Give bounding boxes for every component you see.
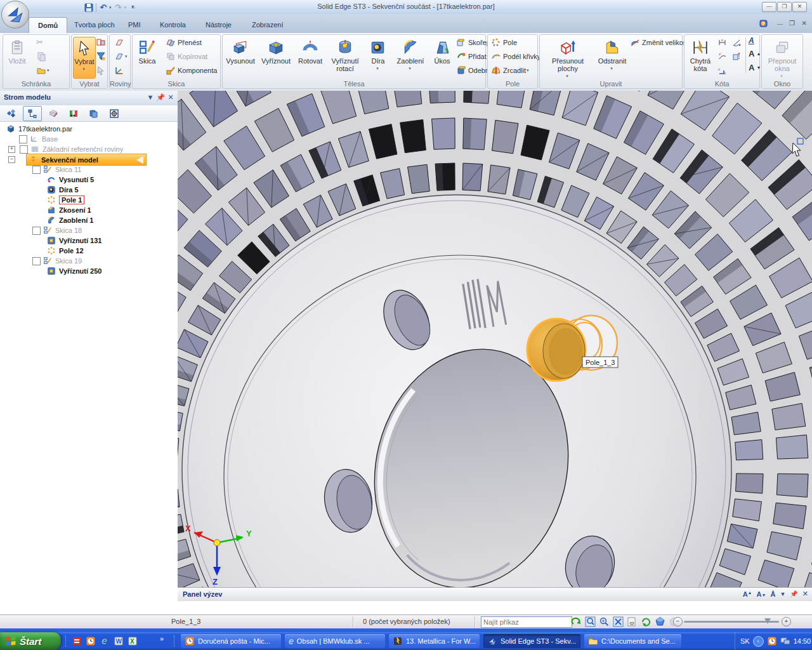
- symmetric-diameter-icon[interactable]: Ŧ: [731, 51, 742, 62]
- tab-nastroje[interactable]: Nástroje: [197, 17, 240, 32]
- component-sketch-button[interactable]: Komponenta: [166, 65, 217, 76]
- help-icon[interactable]: ?: [759, 18, 769, 29]
- plane-icon[interactable]: [114, 37, 124, 48]
- mdi-restore-button[interactable]: ❐: [789, 20, 795, 27]
- tree-item-skica-19[interactable]: Skica 19: [32, 256, 82, 266]
- collapse-panel-icon[interactable]: ▼: [146, 93, 155, 101]
- cutout-button[interactable]: Vyříznout: [258, 37, 294, 65]
- options-tab-icon[interactable]: [105, 107, 123, 121]
- collapse-icon[interactable]: −: [8, 156, 15, 163]
- tab-pmi[interactable]: PMI: [119, 17, 150, 32]
- tree-item-zkoseni-1[interactable]: Zkosení 1: [44, 205, 91, 215]
- tree-item-vyriznuti-131[interactable]: Vyříznutí 131: [44, 235, 102, 246]
- restore-button[interactable]: ❐: [777, 2, 792, 12]
- tab-zobrazeni[interactable]: Zobrazení: [243, 17, 292, 32]
- font-increase-icon[interactable]: A▲: [743, 590, 752, 598]
- quicklaunch-overflow-icon[interactable]: »: [160, 635, 164, 642]
- start-button[interactable]: Štart: [0, 632, 61, 650]
- select-button[interactable]: Vybrat▾: [73, 37, 96, 79]
- font-decrease-icon[interactable]: A▼: [757, 590, 766, 598]
- fit-view-icon[interactable]: [613, 616, 624, 628]
- add-body-button[interactable]: Přidat▾: [456, 51, 489, 62]
- tab-kontrola[interactable]: Kontrola: [151, 17, 195, 32]
- taskbar-button-outlook[interactable]: Doručená pošta - Mic...: [181, 634, 281, 648]
- pattern-button[interactable]: Pole: [491, 37, 517, 48]
- previous-view-icon[interactable]: [571, 616, 582, 628]
- zoom-icon[interactable]: [599, 616, 610, 628]
- round-button[interactable]: Zaoblení▾: [393, 37, 428, 72]
- angle-between-icon[interactable]: [731, 37, 742, 48]
- library-tab-icon[interactable]: [85, 107, 103, 121]
- draft-button[interactable]: Úkos: [431, 37, 454, 65]
- plane-more-icon[interactable]: ▾: [114, 51, 128, 62]
- taskbar-button-solid-edge[interactable]: Solid Edge ST3 - Sekv...: [483, 634, 580, 648]
- quicklaunch-word-icon[interactable]: W: [112, 634, 125, 647]
- pattern-along-curve-button[interactable]: Podél křivky: [491, 51, 540, 62]
- tree-item-vyriznuti-250[interactable]: Vyříznutí 250: [44, 266, 102, 276]
- close-button[interactable]: ✕: [792, 2, 807, 12]
- checkbox[interactable]: [32, 227, 41, 235]
- quicklaunch-clock-icon[interactable]: [84, 634, 97, 647]
- tab-domu[interactable]: Domů: [29, 17, 67, 33]
- taskbar-button-winamp[interactable]: 13. Metallica - For W...: [389, 634, 480, 648]
- distance-between-icon[interactable]: x: [717, 37, 728, 48]
- zoom-slider-thumb[interactable]: [764, 618, 771, 624]
- text-profile-icon[interactable]: A: [749, 36, 754, 45]
- expand-icon[interactable]: +: [8, 146, 15, 153]
- tree-item-zaobleni-1[interactable]: Zaoblení 1: [44, 215, 93, 225]
- hidden-icons-chevron[interactable]: ‹: [753, 636, 764, 647]
- tab-tvorba-ploch[interactable]: Tvorba ploch: [65, 17, 124, 32]
- pan-icon[interactable]: [627, 616, 638, 628]
- command-search-input[interactable]: [481, 616, 572, 628]
- pin-icon[interactable]: 📌: [156, 93, 165, 102]
- paste-special-button[interactable]: ▾: [36, 65, 49, 76]
- tree-item-base[interactable]: Base: [19, 134, 58, 144]
- tree-item-pole-12[interactable]: Pole 12: [44, 246, 84, 256]
- pin-icon[interactable]: 📌: [790, 590, 797, 597]
- quicklaunch-excel-icon[interactable]: X: [126, 634, 139, 647]
- zoom-out-button[interactable]: −: [673, 617, 683, 627]
- rotate-view-icon[interactable]: [641, 616, 652, 628]
- checkbox[interactable]: [32, 166, 41, 174]
- checkbox[interactable]: [32, 257, 41, 265]
- delete-faces-button[interactable]: Odstranit▾: [594, 37, 630, 72]
- font-increase-icon[interactable]: A▲: [749, 49, 761, 58]
- mdi-close-button[interactable]: ✕: [802, 20, 807, 27]
- minimize-button[interactable]: —: [762, 2, 776, 12]
- tray-network-icon[interactable]: [780, 636, 790, 646]
- transfer-sketch-button[interactable]: Přenést: [166, 37, 202, 48]
- taskbar-button-browser[interactable]: e Obsah | BMWklub.sk ...: [285, 634, 385, 648]
- quicklaunch-ie-icon[interactable]: e: [98, 634, 111, 647]
- sketch-button[interactable]: Skica: [134, 37, 160, 65]
- resize-button[interactable]: Změnit velikost▾: [630, 37, 691, 48]
- pathfinder-tab-icon[interactable]: [3, 107, 20, 121]
- tree-item-skica-18[interactable]: Skica 18: [32, 225, 82, 235]
- tree-item-pole-1[interactable]: Pole 1: [44, 195, 84, 205]
- font-decrease-icon[interactable]: A▼: [749, 63, 761, 72]
- model-viewport[interactable]: Pole_1_3 X Y Z: [178, 91, 812, 587]
- sensors-tab-icon[interactable]: [65, 107, 82, 121]
- csys-icon[interactable]: [114, 65, 124, 76]
- mdi-minimize-button[interactable]: —: [777, 21, 783, 27]
- quicklaunch-media-icon[interactable]: [70, 634, 83, 647]
- tree-item-ref-planes[interactable]: + Základní referenční roviny: [8, 144, 123, 154]
- extrude-button[interactable]: Vysunout: [224, 37, 257, 65]
- close-panel-icon[interactable]: ✕: [166, 93, 175, 102]
- font-reset-icon[interactable]: Å: [770, 590, 775, 598]
- application-button[interactable]: [1, 1, 29, 29]
- layers-tab-icon[interactable]: [44, 107, 62, 121]
- tree-item-dira-5[interactable]: Díra 5: [44, 185, 79, 195]
- tree-item-skica-11[interactable]: Skica 11: [32, 164, 81, 175]
- close-panel-icon[interactable]: ✕: [802, 590, 808, 598]
- coordinate-dimension-icon[interactable]: x': [717, 51, 728, 62]
- hierarchy-tab-icon[interactable]: [23, 106, 42, 121]
- shaded-view-icon[interactable]: [655, 616, 665, 628]
- collapse-panel-icon[interactable]: ▼: [780, 591, 785, 597]
- zoom-in-button[interactable]: +: [782, 617, 791, 627]
- tree-item-sequential-model[interactable]: − Sekvenční model: [8, 154, 173, 164]
- tree-item-vysunuti-5[interactable]: Vysunutí 5: [44, 175, 94, 185]
- mirror-button[interactable]: Zrcadlit▾: [491, 65, 529, 76]
- tray-clock-icon[interactable]: [767, 636, 777, 646]
- angle-coordinate-icon[interactable]: xo: [717, 65, 728, 76]
- checkbox[interactable]: [20, 145, 28, 154]
